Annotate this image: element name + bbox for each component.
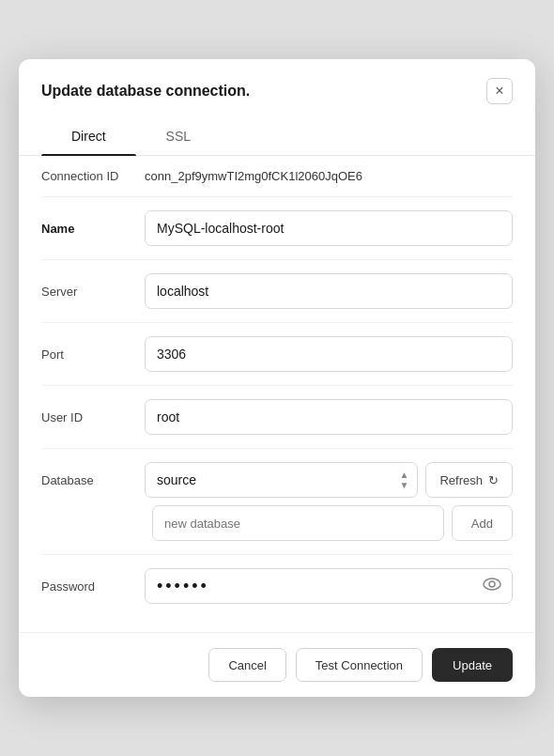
modal-footer: Cancel Test Connection Update — [19, 632, 535, 697]
database-add-row: Add — [41, 505, 513, 541]
database-label: Database — [41, 473, 145, 487]
update-database-modal: Update database connection. × Direct SSL… — [19, 59, 535, 697]
user-id-row: User ID — [41, 386, 513, 449]
svg-point-1 — [489, 581, 495, 587]
password-row: Password — [41, 555, 513, 617]
connection-id-label: Connection ID — [41, 169, 145, 183]
server-label: Server — [41, 285, 145, 299]
name-input[interactable] — [145, 210, 513, 246]
modal-body: Connection ID conn_2pf9ymwTI2mg0fCK1l206… — [19, 156, 535, 632]
modal-title: Update database connection. — [41, 83, 250, 100]
refresh-label: Refresh — [439, 473, 483, 487]
password-label: Password — [41, 579, 145, 594]
password-input[interactable] — [145, 568, 513, 604]
name-label: Name — [41, 222, 145, 236]
close-button[interactable]: × — [486, 78, 513, 104]
server-input[interactable] — [145, 273, 513, 309]
database-select-wrapper: source ▲ ▼ — [145, 462, 418, 498]
new-database-input[interactable] — [152, 505, 444, 541]
port-input[interactable] — [145, 336, 513, 372]
database-controls: source ▲ ▼ Refresh ↻ — [145, 462, 513, 498]
database-select[interactable]: source — [145, 462, 418, 498]
refresh-icon: ↻ — [488, 473, 499, 487]
port-row: Port — [41, 323, 513, 386]
connection-id-value: conn_2pf9ymwTI2mg0fCK1l2060JqOE6 — [145, 169, 513, 183]
server-row: Server — [41, 260, 513, 323]
database-top-row: Database source ▲ ▼ Refresh — [41, 462, 513, 498]
tab-bar: Direct SSL — [19, 119, 535, 156]
tab-ssl[interactable]: SSL — [136, 119, 221, 155]
modal-header: Update database connection. × — [19, 59, 535, 104]
cancel-button[interactable]: Cancel — [208, 648, 285, 682]
database-section: Database source ▲ ▼ Refresh — [41, 449, 513, 555]
test-connection-button[interactable]: Test Connection — [296, 648, 423, 682]
user-id-label: User ID — [41, 410, 145, 424]
eye-icon[interactable] — [483, 578, 501, 594]
svg-point-0 — [484, 579, 500, 590]
port-label: Port — [41, 347, 145, 362]
update-button[interactable]: Update — [432, 648, 513, 682]
refresh-button[interactable]: Refresh ↻ — [425, 462, 513, 498]
name-row: Name — [41, 197, 513, 260]
password-wrapper — [145, 568, 513, 604]
user-id-input[interactable] — [145, 399, 513, 435]
add-button[interactable]: Add — [452, 505, 513, 541]
tab-direct[interactable]: Direct — [41, 119, 136, 155]
connection-id-row: Connection ID conn_2pf9ymwTI2mg0fCK1l206… — [41, 156, 513, 197]
